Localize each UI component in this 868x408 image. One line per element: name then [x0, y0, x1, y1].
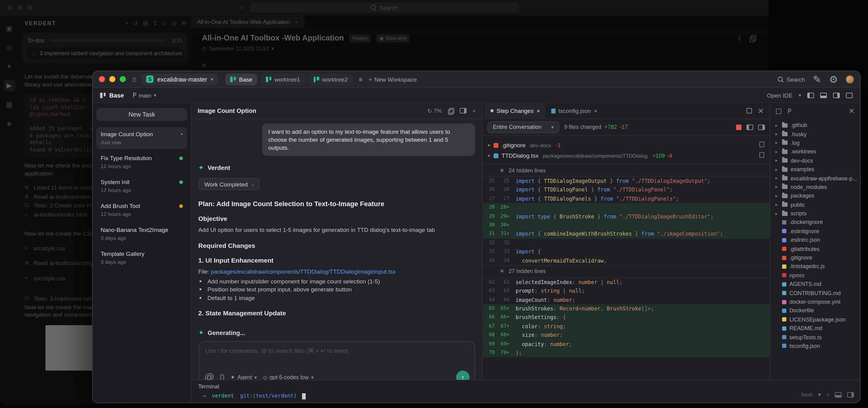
tree-file[interactable]: .dockerignore	[770, 218, 860, 227]
rail-gem-icon[interactable]: ◈	[3, 118, 15, 129]
download-icon[interactable]: ⇩	[737, 35, 742, 41]
prompt-input[interactable]: Use / for commands, @ to search files (⌘…	[198, 341, 475, 380]
layout-bottom-icon[interactable]	[820, 92, 827, 98]
layout-left-icon[interactable]	[807, 92, 814, 98]
browser-tab[interactable]: All-in-One AI Toolbox-Web Application ×	[191, 15, 304, 28]
workspace-label[interactable]: Base	[100, 92, 124, 98]
branch-selector[interactable]: main ▾	[131, 92, 156, 98]
tree-file[interactable]: setupTests.ts	[770, 333, 860, 342]
work-completed-button[interactable]: Work Completed ›	[198, 178, 260, 190]
tree-file[interactable]: tsconfig.json	[770, 342, 860, 351]
tree-folder[interactable]: ▸public	[770, 200, 860, 209]
window-controls[interactable]	[0, 5, 33, 10]
send-button[interactable]: ↑	[456, 371, 470, 380]
expand-icon[interactable]	[746, 108, 752, 114]
new-workspace-button[interactable]: + New Workspace	[369, 76, 417, 83]
close-window-button[interactable]	[7, 5, 13, 10]
model-selector[interactable]: ◇ gpt-5-codex low ▾	[263, 374, 314, 380]
task-item[interactable]: System Init12 hours ago	[96, 175, 187, 197]
tree-folder[interactable]: ▸dev-docs	[770, 156, 860, 165]
search-button[interactable]: Search	[778, 76, 805, 83]
new-icon[interactable]: +	[125, 20, 129, 26]
tab-step-changes[interactable]: Step Changes ×	[485, 103, 546, 119]
panel-bottom-icon[interactable]	[835, 392, 842, 397]
history-badge[interactable]: History	[349, 34, 371, 42]
close-panel-icon[interactable]: ×	[758, 105, 764, 116]
task-item[interactable]: Template Gallery3 days ago	[96, 247, 187, 269]
task-item[interactable]: Add Brush Tool12 hours ago	[96, 199, 187, 221]
zoom-window-button[interactable]	[120, 76, 126, 82]
back-icon[interactable]: ‹	[241, 3, 243, 12]
tree-file[interactable]: .gitignore	[770, 253, 860, 262]
avatar[interactable]	[846, 75, 854, 83]
minimize-window-button[interactable]	[109, 76, 115, 82]
tree-file[interactable]: CONTRIBUTING.md	[770, 289, 860, 297]
history-icon[interactable]: ↺	[133, 20, 138, 26]
chevron-down-icon[interactable]: ▾	[818, 392, 821, 397]
tree-file[interactable]: AGENTS.md	[770, 280, 860, 289]
diff-file-row[interactable]: ▸ TTDDialog.tsx packages/excalidraw/comp…	[483, 150, 770, 161]
rail-chat-icon[interactable]: ◎	[3, 42, 15, 53]
browser-search-bar[interactable]: Search	[249, 2, 519, 13]
refresh-icon[interactable]: ↻	[427, 108, 432, 114]
unified-view-icon[interactable]	[746, 124, 753, 130]
diff-file-row[interactable]: ▸ .gitignore dev-docs -1	[483, 140, 770, 150]
current-todo-item[interactable]: → 3.Implement tabbed navigation and comp…	[27, 47, 182, 59]
split-diff-icon[interactable]	[758, 124, 765, 130]
open-ide-dropdown[interactable]: Open IDE	[767, 92, 793, 98]
close-tab-icon[interactable]: ×	[536, 107, 540, 114]
hidden-lines-row[interactable]: ✳ 27 hidden lines	[483, 265, 770, 278]
workspace-menu-icon[interactable]: ≡	[359, 76, 363, 83]
share-icon[interactable]: ↥	[153, 20, 157, 26]
todos-card[interactable]: To-dos 2/10 → 3.Implement tabbed navigat…	[22, 33, 187, 63]
scope-dropdown[interactable]: Entire Conversation ▾	[487, 121, 559, 133]
chevron-right-icon[interactable]: ▸	[488, 153, 491, 158]
tree-file[interactable]: .lintstagedrc.js	[770, 262, 860, 271]
zoom-window-button[interactable]	[27, 5, 33, 10]
tree-folder[interactable]: ▸scripts	[770, 209, 860, 218]
split-view-icon[interactable]	[460, 108, 466, 114]
tree-file[interactable]: Dockerfile	[770, 306, 860, 315]
mention-icon[interactable]: @	[205, 372, 215, 380]
task-item[interactable]: Image Count Option◔Just now	[96, 127, 187, 149]
home-icon[interactable]: ⌂	[132, 75, 136, 84]
rail-spark-icon[interactable]: ✦	[3, 61, 15, 72]
project-selector[interactable]: S excalidraw-master ▾	[142, 73, 218, 85]
tree-folder[interactable]: ▸node_modules	[770, 183, 860, 191]
tree-file[interactable]: docker-compose.yml	[770, 297, 860, 307]
target-icon[interactable]: ◎	[172, 20, 177, 26]
task-item[interactable]: Fix Type Resolution12 hours ago	[96, 151, 187, 173]
tree-file[interactable]: .eslintignore	[770, 227, 860, 236]
layout-right-icon[interactable]	[833, 92, 840, 98]
terminal-label[interactable]: Terminal	[198, 383, 219, 389]
tree-folder[interactable]: ▸examples	[770, 165, 860, 174]
git-branch-icon[interactable]	[786, 108, 791, 114]
tree-file[interactable]: npmrc	[770, 271, 860, 280]
tree-file[interactable]: .gitattributes	[770, 245, 860, 253]
workspace-tab-base[interactable]: Base	[226, 73, 257, 85]
traffic-lights[interactable]	[99, 76, 126, 82]
new-terminal-icon[interactable]: +	[826, 391, 829, 398]
tree-file[interactable]: .eslintrc.json	[770, 236, 860, 245]
compose-icon[interactable]: ✎	[813, 73, 822, 85]
open-file-icon[interactable]	[760, 152, 764, 158]
menu-icon[interactable]: ≡	[202, 61, 757, 69]
copy-icon[interactable]	[448, 108, 453, 114]
new-task-button[interactable]: New Task	[96, 108, 187, 121]
rail-grid-icon[interactable]: ▦	[3, 99, 15, 111]
rail-run-icon[interactable]: ▶	[3, 80, 15, 91]
record-icon[interactable]	[736, 124, 742, 130]
close-window-button[interactable]	[99, 76, 105, 82]
gear-icon[interactable]: ⚙	[829, 73, 838, 85]
close-tab-icon[interactable]: ×	[295, 19, 298, 25]
board-icon[interactable]: ▤	[143, 20, 148, 26]
chevron-right-icon[interactable]: ▸	[488, 142, 491, 148]
tree-folder[interactable]: ▸.husky	[770, 130, 860, 139]
layout-full-icon[interactable]	[846, 92, 852, 98]
agent-selector[interactable]: ✦ Agent ▾	[230, 374, 257, 380]
workspace-tab-worktree2[interactable]: worktree2	[309, 73, 353, 85]
close-chat-icon[interactable]: ×	[472, 108, 476, 114]
terminal-prompt[interactable]: → verdent git:(test/verdent)	[203, 393, 306, 399]
rail-projects-icon[interactable]: ▣	[3, 23, 15, 34]
attach-icon[interactable]	[221, 374, 224, 380]
